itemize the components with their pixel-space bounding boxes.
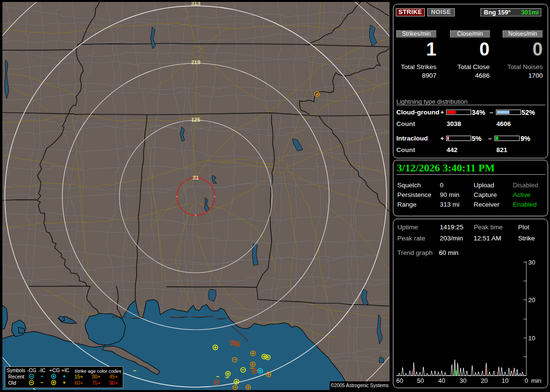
svg-text:313: 313: [191, 2, 200, 6]
svg-text:31: 31: [193, 175, 199, 181]
svg-text:219: 219: [191, 59, 200, 65]
svg-text:125: 125: [191, 117, 201, 123]
